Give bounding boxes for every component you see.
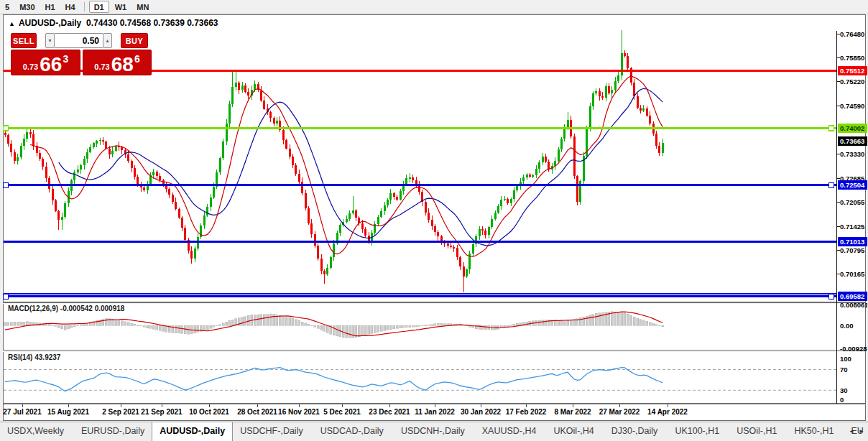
symbol-tab-eurusd-daily[interactable]: EURUSD-,Daily — [74, 422, 152, 441]
buy-price-big: 68 — [111, 55, 134, 74]
date-axis: 27 Jul 202115 Aug 20212 Sep 202121 Sep 2… — [0, 408, 834, 419]
rsi-name: RSI(14) — [8, 353, 32, 361]
price-badge: 0.71013 — [838, 237, 867, 246]
trade-panel-top-row: SELL ▼ ▲ BUY — [11, 33, 152, 48]
date-label: 17 Feb 2022 — [503, 408, 549, 416]
price-badge: 0.75512 — [838, 66, 867, 75]
trade-panel-price-row: 0.73 66 3 0.73 68 6 — [11, 50, 152, 75]
rsi-tick-label: 100 — [840, 355, 867, 363]
price-badge: 0.73663 — [838, 136, 867, 146]
symbol-tab-ukoil-h4[interactable]: UKOil-,H4 — [547, 422, 601, 441]
date-label: 5 Dec 2021 — [319, 408, 365, 416]
sell-price-prefix: 0.73 — [23, 62, 38, 71]
date-label: 30 Jan 2022 — [458, 408, 504, 416]
volume-decrease-button[interactable]: ▼ — [45, 33, 55, 48]
macd-tick-label: 0.00 — [840, 322, 867, 330]
date-label: 27 Jul 2021 — [0, 408, 45, 416]
symbol-tab-usdx-weekly[interactable]: USDX,Weekly — [0, 422, 71, 441]
volume-input[interactable] — [55, 33, 103, 48]
macd-tick-label: 0.008061 — [840, 301, 867, 310]
tabs-scroll-left-button[interactable]: ◄ — [846, 425, 857, 437]
sell-price-big: 66 — [40, 55, 62, 74]
macd-name: MACD(12,26,9) — [8, 305, 58, 312]
chart-symbol-title: AUDUSD-,Daily — [19, 18, 81, 28]
date-label: 16 Nov 2021 — [276, 408, 322, 416]
symbol-tab-usdcnh-daily[interactable]: USDCNH-,Daily — [394, 422, 472, 441]
price-tick-label: 0.72055 — [840, 198, 867, 207]
symbol-tab-audusd-daily[interactable]: AUDUSD-,Daily — [152, 422, 233, 441]
sell-button[interactable]: SELL — [11, 33, 37, 48]
date-label: 23 Dec 2021 — [366, 408, 412, 416]
price-badge: 0.72504 — [838, 180, 867, 190]
symbol-tab-dj30-daily[interactable]: DJ30-,Daily — [604, 422, 665, 441]
price-tick-label: 0.73330 — [840, 150, 867, 159]
price-tick-label: 0.75850 — [840, 54, 867, 62]
chart-title-bar: ▲AUDUSD-,Daily 0.74430 0.74568 0.73639 0… — [9, 18, 218, 28]
scroll-right-icon: ► — [859, 428, 864, 435]
rsi-tick-label: 0 — [840, 396, 867, 404]
rsi-current-value: 43.9237 — [34, 353, 60, 361]
sell-price-pip: 3 — [63, 53, 68, 65]
date-label: 2 Sep 2021 — [98, 408, 144, 416]
symbol-tab-uk100-h1[interactable]: UK100-,H1 — [668, 422, 726, 441]
price-tick-label: 0.74590 — [840, 102, 867, 111]
symbol-tab-hk50-h1[interactable]: HK50-,H1 — [787, 422, 841, 441]
ohlc-close: 0.73663 — [187, 18, 218, 28]
price-tick-label: 0.75220 — [840, 78, 867, 86]
scroll-left-icon: ◄ — [849, 428, 854, 435]
date-label: 21 Sep 2021 — [139, 408, 185, 416]
price-tick-label: 0.76480 — [840, 30, 867, 39]
trade-panel-spacer — [37, 33, 45, 48]
buy-button[interactable]: BUY — [121, 33, 148, 48]
price-tick-label: 0.71425 — [840, 223, 867, 231]
rsi-tick-label: 30 — [840, 386, 867, 395]
symbol-tab-usdchf-daily[interactable]: USDCHF-,Daily — [233, 422, 310, 441]
macd-tick-label: -0.009286 — [840, 345, 867, 353]
sell-price-box[interactable]: 0.73 66 3 — [11, 50, 80, 75]
symbol-tab-usoil-h1[interactable]: USOil-,H1 — [729, 422, 784, 441]
triangle-up-icon: ▲ — [105, 38, 110, 43]
triangle-down-icon: ▼ — [47, 38, 52, 43]
ohlc-open: 0.74430 — [86, 18, 117, 28]
trade-panel-spacer — [112, 33, 121, 48]
ohlc-high: 0.74568 — [120, 18, 151, 28]
price-badge: 0.69582 — [838, 292, 867, 301]
date-label: 28 Oct 2021 — [234, 408, 280, 416]
date-label: 27 Mar 2022 — [596, 408, 642, 416]
rsi-tick-label: 70 — [840, 366, 867, 374]
date-label: 8 Mar 2022 — [550, 408, 596, 416]
rsi-indicator-title: RSI(14) 43.9237 — [8, 353, 60, 361]
tabs-scroll-right-button[interactable]: ► — [857, 425, 867, 437]
date-label: 14 Apr 2022 — [645, 408, 691, 416]
macd-current-values: -0.000542 0.000918 — [60, 305, 125, 312]
macd-indicator-title: MACD(12,26,9) -0.000542 0.000918 — [8, 305, 124, 312]
price-tick-label: 0.70165 — [840, 270, 867, 279]
trading-terminal: 5M30H1H4D1W1MN ▲AUDUSD-,Daily 0.74430 0.… — [0, 0, 868, 441]
one-click-trading-panel: SELL ▼ ▲ BUY 0.73 66 3 0.73 68 6 — [11, 33, 152, 75]
symbol-tab-usdcad-daily[interactable]: USDCAD-,Daily — [313, 422, 391, 441]
buy-price-box[interactable]: 0.73 68 6 — [83, 50, 152, 75]
date-label: 11 Jan 2022 — [412, 408, 458, 416]
ohlc-low: 0.73639 — [153, 18, 184, 28]
date-label: 10 Oct 2021 — [186, 408, 232, 416]
date-label: 15 Aug 2021 — [45, 408, 91, 416]
buy-price-pip: 6 — [134, 53, 140, 65]
price-tick-label: 0.70795 — [840, 246, 867, 255]
buy-price-prefix: 0.73 — [94, 62, 109, 71]
tab-scroll-buttons: ◄ ► — [846, 425, 867, 437]
price-badge: 0.74002 — [838, 124, 867, 133]
symbol-tab-bar: USDX,WeeklyEURUSD-,DailyAUDUSD-,DailyUSD… — [0, 422, 868, 441]
volume-increase-button[interactable]: ▲ — [103, 33, 112, 48]
symbol-tab-xauusd-h4[interactable]: XAUUSD-,H4 — [475, 422, 544, 441]
symbol-arrow-icon: ▲ — [9, 20, 15, 27]
